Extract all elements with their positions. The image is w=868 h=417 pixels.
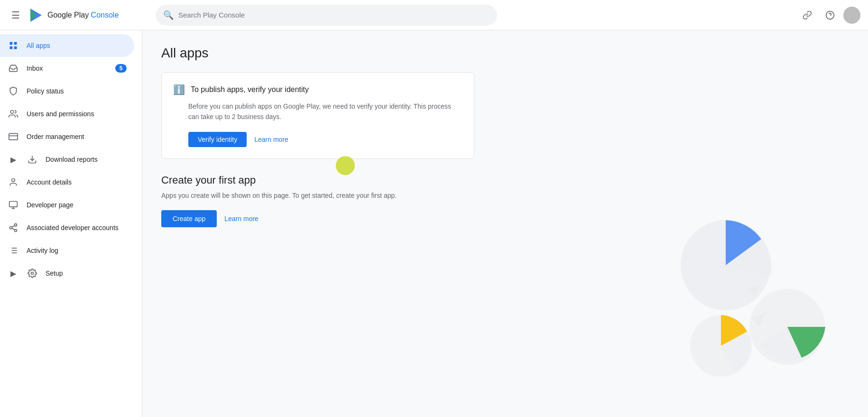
svg-rect-15 (9, 202, 18, 207)
sidebar-item-inbox[interactable]: Inbox 5 (0, 57, 134, 80)
svg-line-22 (12, 225, 15, 227)
alert-title: To publish apps, verify your identity (191, 85, 309, 94)
avatar[interactable] (843, 7, 860, 24)
alert-body: Before you can publish apps on Google Pl… (173, 101, 462, 122)
verify-identity-button[interactable]: Verify identity (188, 132, 247, 147)
hamburger-icon[interactable]: ☰ (8, 6, 24, 25)
sidebar-label-all-apps: All apps (27, 42, 127, 49)
logo-container: Google Play Console (28, 8, 119, 23)
download-icon (27, 155, 38, 164)
layout: All apps Inbox 5 Policy status Users and… (0, 30, 868, 417)
grid-icon (8, 41, 19, 50)
svg-point-14 (12, 179, 15, 182)
link-icon (803, 10, 812, 20)
svg-line-21 (12, 228, 15, 230)
sidebar-item-account-details[interactable]: Account details (0, 171, 134, 194)
svg-point-19 (10, 227, 12, 229)
sidebar-item-associated-developer[interactable]: Associated developer accounts (0, 216, 134, 239)
sidebar-label-account: Account details (27, 178, 127, 186)
inbox-icon (8, 64, 19, 73)
create-description: Apps you create will be shown on this pa… (161, 190, 474, 201)
svg-rect-11 (9, 133, 18, 139)
logo-icon (28, 8, 44, 23)
expand-icon-setup: ▶ (8, 269, 19, 278)
inbox-badge: 5 (115, 64, 127, 73)
help-icon-button[interactable] (821, 6, 840, 25)
svg-point-10 (10, 111, 14, 114)
svg-point-32 (690, 315, 752, 377)
sidebar-item-download-reports[interactable]: ▶ Download reports (0, 148, 134, 171)
sidebar-label-activity: Activity log (27, 247, 127, 254)
svg-point-31 (749, 289, 825, 365)
alert-header: ℹ️ To publish apps, verify your identity (173, 84, 462, 95)
person-icon (8, 177, 19, 187)
svg-marker-34 (752, 313, 766, 327)
search-bar[interactable]: 🔍 (156, 5, 497, 26)
sidebar-item-developer-page[interactable]: Developer page (0, 194, 134, 216)
sidebar-label-users: Users and permissions (27, 110, 127, 118)
create-app-button[interactable]: Create app (161, 210, 217, 227)
cursor-dot (336, 156, 355, 175)
sidebar-label-download: Download reports (46, 156, 127, 163)
help-icon (825, 10, 835, 20)
decoration-svg (659, 208, 849, 389)
expand-icon-download: ▶ (8, 155, 19, 164)
sidebar-label-inbox: Inbox (27, 65, 108, 72)
svg-marker-33 (747, 284, 761, 296)
svg-point-18 (15, 224, 17, 226)
header: ☰ Google Play Console 🔍 (0, 0, 868, 30)
sidebar-item-all-apps[interactable]: All apps (0, 34, 134, 57)
svg-rect-6 (10, 42, 13, 45)
sidebar-item-activity-log[interactable]: Activity log (0, 239, 134, 262)
svg-point-20 (15, 229, 17, 232)
logo-text: Google Play Console (47, 11, 119, 19)
header-right (798, 6, 860, 25)
sidebar-item-policy-status[interactable]: Policy status (0, 80, 134, 102)
svg-rect-9 (14, 46, 17, 49)
sidebar-label-order: Order management (27, 133, 127, 140)
sidebar: All apps Inbox 5 Policy status Users and… (0, 30, 142, 417)
list-icon (8, 246, 19, 255)
alert-actions: Verify identity Learn more (173, 132, 462, 147)
sidebar-label-policy: Policy status (27, 87, 127, 95)
create-title: Create your first app (161, 174, 474, 186)
create-section: Create your first app Apps you create wi… (161, 174, 474, 227)
sidebar-label-associated: Associated developer accounts (27, 224, 127, 232)
search-icon: 🔍 (163, 10, 174, 20)
sidebar-label-developer: Developer page (27, 201, 127, 209)
page-title: All apps (161, 46, 849, 61)
people-icon (8, 109, 19, 119)
svg-point-30 (681, 220, 771, 310)
sidebar-item-order-management[interactable]: Order management (0, 125, 134, 148)
create-actions: Create app Learn more (161, 210, 474, 227)
link-icon-button[interactable] (798, 6, 817, 25)
main-content: All apps ℹ️ To publish apps, verify your… (142, 30, 868, 417)
alert-info-icon: ℹ️ (173, 84, 185, 95)
gear-icon (27, 269, 38, 278)
create-learn-more-link[interactable]: Learn more (224, 211, 259, 226)
sidebar-item-users-permissions[interactable]: Users and permissions (0, 102, 134, 125)
link-people-icon (8, 223, 19, 232)
sidebar-label-setup: Setup (46, 269, 127, 277)
header-left: ☰ Google Play Console (8, 6, 150, 25)
svg-rect-8 (10, 46, 13, 49)
shield-icon (8, 86, 19, 96)
sidebar-item-setup[interactable]: ▶ Setup (0, 262, 134, 285)
browser-icon (8, 200, 19, 210)
card-icon (8, 132, 19, 141)
decoration-container (659, 208, 849, 398)
svg-rect-7 (14, 42, 17, 45)
search-input[interactable] (178, 11, 489, 19)
svg-point-29 (31, 272, 34, 275)
alert-learn-more-link[interactable]: Learn more (254, 132, 288, 147)
alert-card: ℹ️ To publish apps, verify your identity… (161, 72, 474, 159)
